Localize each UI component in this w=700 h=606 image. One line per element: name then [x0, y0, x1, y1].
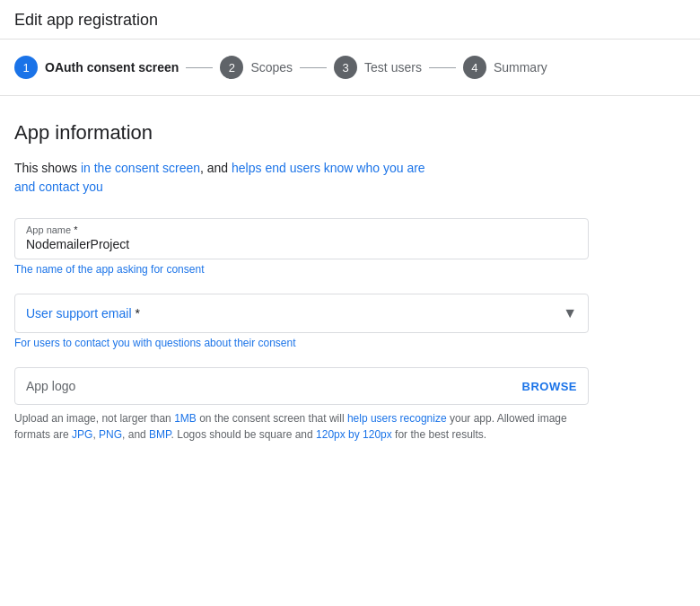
step-4-label: Summary — [494, 60, 547, 75]
app-name-input[interactable] — [26, 237, 577, 251]
app-logo-hint: Upload an image, not larger than 1MB on … — [14, 410, 589, 443]
app-name-hint: The name of the app asking for consent — [14, 263, 589, 276]
step-2-label: Scopes — [250, 60, 293, 75]
step-1[interactable]: 1 OAuth consent screen — [14, 56, 179, 79]
step-3-circle: 3 — [334, 56, 357, 79]
app-logo-group: App logo BROWSE Upload an image, not lar… — [14, 367, 589, 443]
stepper: 1 OAuth consent screen 2 Scopes 3 Test u… — [0, 40, 700, 96]
browse-button[interactable]: BROWSE — [522, 380, 578, 393]
user-support-email-hint: For users to contact you with questions … — [14, 337, 589, 349]
step-2-circle: 2 — [220, 56, 243, 79]
step-4-circle: 4 — [463, 56, 486, 79]
dropdown-arrow-icon: ▼ — [563, 305, 577, 321]
step-3[interactable]: 3 Test users — [334, 56, 422, 79]
step-3-label: Test users — [364, 60, 422, 75]
main-content: App information This shows in the consen… — [0, 96, 682, 479]
app-name-group: App name * The name of the app asking fo… — [14, 218, 589, 276]
description-text: This shows in the consent screen, and he… — [14, 159, 668, 197]
user-support-email-select[interactable]: User support email * ▼ — [14, 294, 589, 333]
step-1-label: OAuth consent screen — [45, 60, 179, 75]
user-support-email-label: User support email * — [26, 306, 140, 321]
user-support-email-group: User support email * ▼ For users to cont… — [14, 294, 589, 349]
step-divider-1 — [186, 67, 213, 68]
app-name-field-wrapper[interactable]: App name * — [14, 218, 589, 259]
app-logo-label: App logo — [26, 379, 75, 393]
page-title: Edit app registration — [14, 11, 686, 30]
app-logo-upload-area[interactable]: App logo BROWSE — [14, 367, 589, 405]
app-name-label: App name * — [26, 224, 577, 235]
step-divider-2 — [300, 67, 327, 68]
step-1-circle: 1 — [14, 56, 38, 79]
section-title: App information — [14, 121, 668, 145]
page-header: Edit app registration — [0, 0, 700, 40]
step-4[interactable]: 4 Summary — [463, 56, 547, 79]
step-divider-3 — [429, 67, 456, 68]
step-2[interactable]: 2 Scopes — [220, 56, 293, 79]
